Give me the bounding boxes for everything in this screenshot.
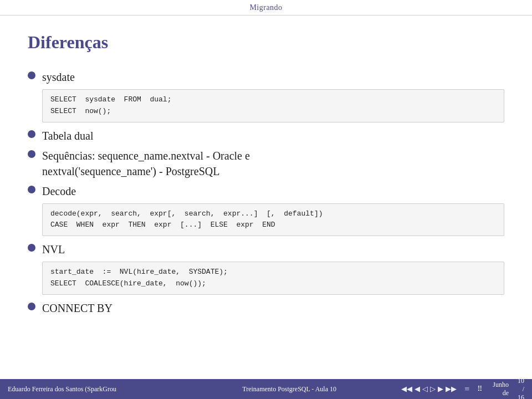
nav-left-button[interactable]: ◁ [422,385,428,393]
bullet-label-decode: Decode [42,183,76,199]
nav-first-button[interactable]: ◀◀ [401,385,412,393]
bullet-nvl: NVL [28,242,504,257]
code-box-decode: decode(expr, search, expr[, search, expr… [42,203,504,237]
top-bar: Migrando [0,0,532,16]
bullet-label-sysdate: sysdate [42,69,75,85]
bullet-dot-tabela-dual [28,130,35,138]
date-text: 11 de Junho de 2013 [493,372,509,399]
bullet-decode: Decode [28,183,504,199]
bullet-dot-nvl [28,244,35,252]
bottom-left-text: Eduardo Ferreira dos Santos (SparkGrou [0,385,177,393]
bullet-dot-sequencias [28,150,35,158]
bottom-bar: Eduardo Ferreira dos Santos (SparkGrou T… [0,379,532,399]
slide-title: Diferenças [28,32,504,53]
top-bar-title: Migrando [249,3,282,12]
bottom-center-text: Treinamento PostgreSQL - Aula 10 [177,385,401,393]
nav-last-button[interactable]: ▶▶ [446,385,457,393]
nav-arrows[interactable]: ◀◀ ◀ ◁ ▷ ▶ ▶▶ [401,385,457,393]
bullet-dot-sysdate [28,71,35,79]
bullet-label-connect-by: CONNECT BY [42,300,112,316]
nav-next-button[interactable]: ▶ [438,385,443,393]
bullet-label-tabela-dual: Tabela dual [42,128,93,144]
bullet-sequencias: Sequências: sequence_name.nextval - Orac… [28,148,504,179]
author-text: Eduardo Ferreira dos Santos (SparkGrou [8,385,116,393]
bullet-tabela-dual: Tabela dual [28,128,504,144]
bullet-sysdate: sysdate [28,69,504,85]
code-box-nvl: start_date := NVL(hire_date, SYSDATE); S… [42,262,504,295]
nav-prev-button[interactable]: ◀ [415,385,420,393]
bullet-label-nvl: NVL [42,242,65,257]
page-indicator: 10 / 16 [518,377,524,400]
menu-dots: ⠿ [477,385,483,393]
bottom-right-area: ◀◀ ◀ ◁ ▷ ▶ ▶▶ ≡ ⠿ 11 de Junho de 2013 10… [401,372,532,399]
course-title-text: Treinamento PostgreSQL - Aula 10 [242,385,336,393]
bullet-connect-by: CONNECT BY [28,300,504,316]
bullet-dot-connect-by [28,303,35,310]
nav-right-button[interactable]: ▷ [430,385,436,393]
code-box-sysdate: SELECT sysdate FROM dual; SELECT now(); [42,89,504,122]
separator-icon: ≡ [464,384,469,394]
main-content: Diferenças sysdate SELECT sysdate FROM d… [0,16,532,379]
bullet-label-sequencias: Sequências: sequence_name.nextval - Orac… [42,148,250,179]
bullet-dot-decode [28,186,35,193]
